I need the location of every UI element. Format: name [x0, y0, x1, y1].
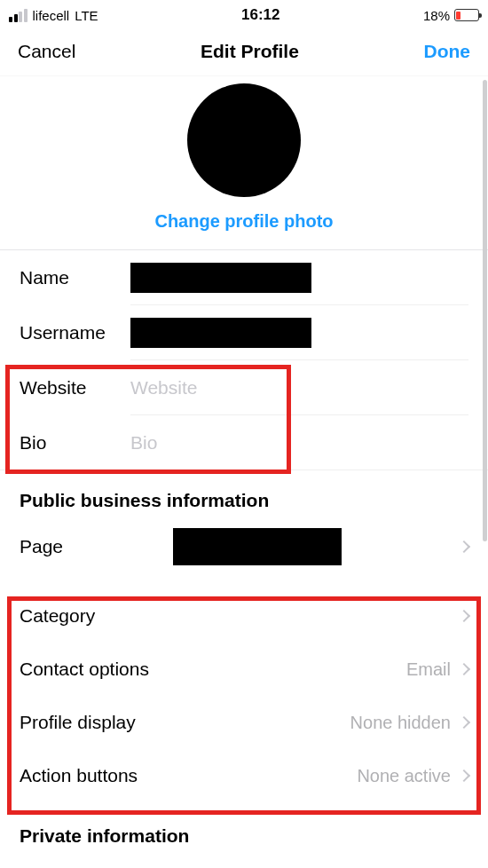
contact-options-value: Email: [406, 659, 451, 680]
action-buttons-label: Action buttons: [20, 765, 138, 786]
nav-bar: Cancel Edit Profile Done: [0, 27, 488, 76]
profile-display-row[interactable]: Profile display None hidden: [0, 696, 488, 749]
avatar[interactable]: [187, 83, 301, 197]
bio-label: Bio: [20, 432, 130, 454]
status-left: lifecell LTE: [9, 8, 98, 23]
profile-display-label: Profile display: [20, 712, 136, 733]
website-row[interactable]: Website Website: [0, 360, 488, 415]
page-label: Page: [20, 536, 63, 557]
website-placeholder: Website: [130, 377, 197, 398]
scroll-indicator: [483, 80, 487, 541]
contact-options-row[interactable]: Contact options Email: [0, 643, 488, 696]
action-buttons-row[interactable]: Action buttons None active: [0, 749, 488, 802]
website-label: Website: [20, 377, 130, 398]
carrier-label: lifecell: [33, 8, 70, 23]
clock-label: 16:12: [241, 6, 279, 24]
username-label: Username: [20, 322, 130, 343]
chevron-right-icon: [458, 663, 470, 675]
private-info-header: Private information: [0, 802, 488, 856]
name-value-redacted: [130, 263, 311, 293]
category-label: Category: [20, 605, 95, 627]
network-label: LTE: [75, 8, 98, 23]
chevron-right-icon: [458, 610, 470, 622]
page-title: Edit Profile: [201, 41, 299, 62]
signal-icon: [9, 9, 28, 22]
status-right: 18%: [423, 8, 479, 23]
bio-row[interactable]: Bio Bio: [0, 415, 488, 470]
page-value-redacted: [173, 528, 342, 565]
contact-options-label: Contact options: [20, 659, 149, 680]
username-value-redacted: [130, 318, 311, 348]
avatar-section: Change profile photo: [0, 76, 488, 242]
page-row[interactable]: Page: [0, 520, 488, 573]
action-buttons-value: None active: [357, 766, 451, 786]
chevron-right-icon: [458, 541, 470, 553]
content-area: Change profile photo Name Username Websi…: [0, 76, 488, 856]
category-row[interactable]: Category: [0, 589, 488, 643]
business-info-header: Public business information: [0, 470, 488, 520]
name-row[interactable]: Name: [0, 250, 488, 305]
battery-icon: [454, 9, 479, 21]
status-bar: lifecell LTE 16:12 18%: [0, 0, 488, 27]
chevron-right-icon: [458, 769, 470, 782]
done-button[interactable]: Done: [423, 41, 470, 62]
change-photo-button[interactable]: Change profile photo: [154, 211, 333, 232]
name-label: Name: [20, 267, 130, 288]
battery-percent: 18%: [423, 8, 450, 23]
chevron-right-icon: [458, 716, 470, 729]
cancel-button[interactable]: Cancel: [18, 41, 75, 62]
bio-placeholder: Bio: [130, 432, 157, 454]
profile-display-value: None hidden: [350, 713, 451, 733]
username-row[interactable]: Username: [0, 305, 488, 360]
